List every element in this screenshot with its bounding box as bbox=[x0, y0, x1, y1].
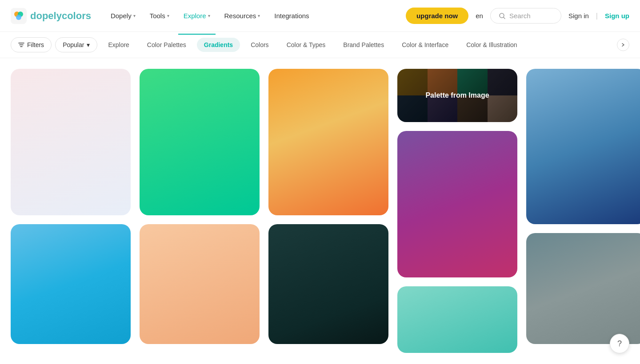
tab-color-palettes[interactable]: Color Palettes bbox=[140, 38, 193, 52]
popular-chevron-icon: ▾ bbox=[87, 41, 90, 48]
gradient-card-dark-teal[interactable] bbox=[268, 224, 388, 344]
gradient-card-blue-teal[interactable] bbox=[11, 224, 131, 344]
palette-from-image-label: Palette from Image bbox=[397, 69, 517, 122]
help-button[interactable]: ? bbox=[610, 334, 629, 353]
tab-explore[interactable]: Explore bbox=[101, 38, 136, 52]
gradient-card-green-teal[interactable] bbox=[140, 69, 260, 215]
header-right: upgrade now en Search Sign in | Sign up bbox=[406, 8, 629, 24]
header-divider: | bbox=[596, 12, 598, 20]
language-selector[interactable]: en bbox=[476, 12, 483, 20]
header: dopelycolors Dopely ▾ Tools ▾ Explore ▾ … bbox=[0, 0, 640, 32]
explore-chevron-icon: ▾ bbox=[208, 13, 210, 18]
logo-text: dopelycolors bbox=[30, 10, 91, 22]
dopely-chevron-icon: ▾ bbox=[133, 13, 136, 18]
search-icon bbox=[499, 12, 506, 20]
tab-color-types[interactable]: Color & Types bbox=[280, 38, 333, 52]
tab-color-interface[interactable]: Color & Interface bbox=[395, 38, 456, 52]
filters-icon bbox=[18, 42, 24, 48]
nav-integrations[interactable]: Integrations bbox=[269, 8, 314, 23]
gradient-card-teal-light[interactable] bbox=[397, 286, 517, 353]
svg-point-3 bbox=[16, 15, 21, 20]
scroll-right-button[interactable] bbox=[617, 39, 629, 51]
column-3 bbox=[268, 69, 388, 353]
column-5 bbox=[526, 69, 640, 353]
resources-chevron-icon: ▾ bbox=[258, 13, 260, 18]
filters-button[interactable]: Filters bbox=[11, 37, 52, 52]
gradient-card-purple-pink[interactable] bbox=[397, 131, 517, 277]
gradient-card-slate[interactable] bbox=[526, 233, 640, 344]
popular-dropdown[interactable]: Popular ▾ bbox=[55, 37, 97, 52]
column-4: Palette from Image bbox=[397, 69, 517, 353]
logo[interactable]: dopelycolors bbox=[11, 8, 91, 24]
chevron-right-icon bbox=[621, 43, 625, 47]
search-bar[interactable]: Search bbox=[490, 8, 561, 24]
logo-icon bbox=[11, 8, 27, 24]
tab-gradients[interactable]: Gradients bbox=[197, 38, 240, 52]
upgrade-button[interactable]: upgrade now bbox=[406, 8, 468, 24]
tools-chevron-icon: ▾ bbox=[167, 13, 169, 18]
filter-bar: Filters Popular ▾ Explore Color Palettes… bbox=[0, 32, 640, 58]
nav-tools[interactable]: Tools ▾ bbox=[144, 8, 175, 23]
palette-from-image-card[interactable]: Palette from Image bbox=[397, 69, 517, 122]
main-nav: Dopely ▾ Tools ▾ Explore ▾ Resources ▾ I… bbox=[105, 8, 392, 23]
tab-color-illustration[interactable]: Color & Illustration bbox=[459, 38, 524, 52]
gradient-card-pink-white[interactable] bbox=[11, 69, 131, 215]
help-label: ? bbox=[617, 339, 622, 348]
tab-brand-palettes[interactable]: Brand Palettes bbox=[336, 38, 391, 52]
tab-colors[interactable]: Colors bbox=[244, 38, 276, 52]
svg-line-5 bbox=[504, 17, 505, 19]
gradient-card-peach[interactable] bbox=[140, 224, 260, 344]
column-2 bbox=[140, 69, 260, 353]
search-placeholder: Search bbox=[509, 12, 531, 20]
column-1 bbox=[11, 69, 131, 353]
nav-explore[interactable]: Explore ▾ bbox=[178, 8, 216, 23]
nav-dopely[interactable]: Dopely ▾ bbox=[105, 8, 141, 23]
sign-in-link[interactable]: Sign in bbox=[568, 12, 589, 20]
gradient-card-blue-navy[interactable] bbox=[526, 69, 640, 224]
nav-resources[interactable]: Resources ▾ bbox=[219, 8, 266, 23]
gradient-card-orange[interactable] bbox=[268, 69, 388, 215]
sign-up-link[interactable]: Sign up bbox=[605, 12, 629, 20]
main-content: Palette from Image bbox=[0, 58, 640, 364]
